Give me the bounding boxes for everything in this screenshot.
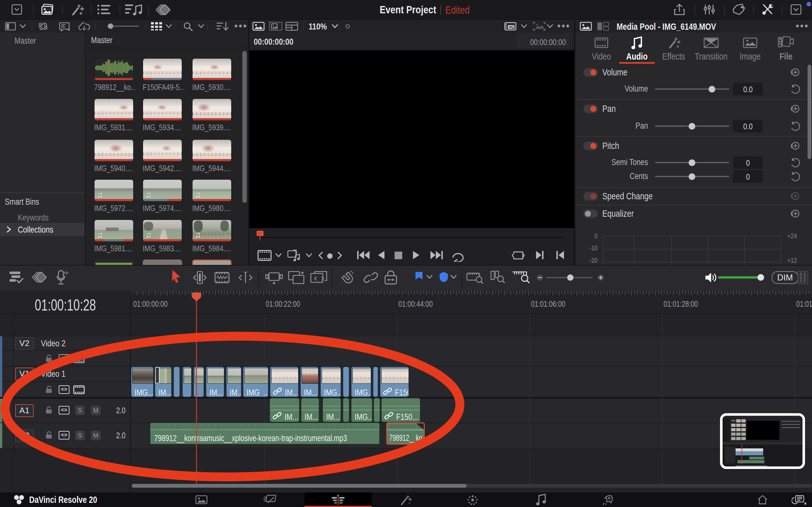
svg-text:HQ: HQ bbox=[509, 25, 513, 29]
